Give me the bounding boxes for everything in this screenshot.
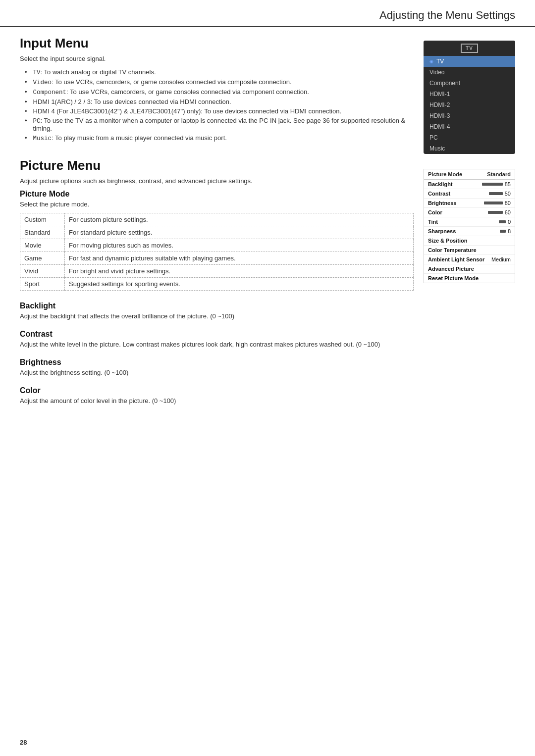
panel-bar-brightness: 80 — [484, 200, 511, 206]
picture-panel: Picture Mode Standard Backlight 85 Contr… — [424, 169, 515, 283]
panel-bar-contrast: 50 — [489, 191, 511, 197]
mode-custom: Custom — [20, 213, 65, 226]
panel-bar-backlight: 85 — [482, 181, 511, 187]
mode-movie-desc: For moving pictures such as movies. — [65, 239, 414, 252]
page-number: 28 — [20, 739, 27, 746]
input-item-pc[interactable]: PC — [424, 132, 515, 143]
bullet-tv: TV: To watch analog or digital TV channe… — [25, 67, 414, 77]
picture-mode-table: Custom For custom picture settings. Stan… — [20, 213, 414, 291]
brightness-subtitle: Brightness — [20, 358, 414, 367]
color-subtitle: Color — [20, 386, 414, 395]
mode-sport: Sport — [20, 278, 65, 291]
input-item-hdmi1[interactable]: HDMI-1 — [424, 89, 515, 100]
panel-label-ambient: Ambient Light Sensor — [428, 256, 484, 262]
contrast-desc: Adjust the white level in the picture. L… — [20, 341, 414, 348]
input-item-hdmi2[interactable]: HDMI-2 — [424, 100, 515, 110]
tv-icon-area: TV — [424, 41, 515, 56]
brightness-desc: Adjust the brightness setting. (0 ~100) — [20, 369, 414, 376]
panel-value-brightness: 80 — [505, 200, 511, 206]
picture-mode-intro: Select the picture mode. — [20, 201, 414, 208]
panel-label-color-temp: Color Temperature — [428, 247, 477, 253]
panel-value-backlight: 85 — [505, 181, 511, 187]
mode-movie: Movie — [20, 239, 65, 252]
page-title: Adjusting the Menu Settings — [379, 9, 515, 21]
table-row: Movie For moving pictures such as movies… — [20, 239, 414, 252]
panel-row-backlight: Backlight 85 — [424, 180, 515, 189]
input-menu-title: Input Menu — [20, 36, 414, 51]
table-row: Game For fast and dynamic pictures suita… — [20, 252, 414, 265]
table-row: Standard For standard picture settings. — [20, 226, 414, 239]
panel-label-brightness: Brightness — [428, 200, 456, 206]
picture-panel-header: Picture Mode Standard — [424, 169, 515, 180]
panel-value-contrast: 50 — [505, 191, 511, 197]
mode-game-desc: For fast and dynamic pictures suitable w… — [65, 252, 414, 265]
mode-sport-desc: Suggested settings for sporting events. — [65, 278, 414, 291]
right-panels: TV TV Video Component HDMI-1 HDMI-2 HDMI… — [424, 36, 515, 414]
mode-game: Game — [20, 252, 65, 265]
input-item-component[interactable]: Component — [424, 78, 515, 89]
bullet-component: Component: To use VCRs, camcorders, or g… — [25, 87, 414, 97]
panel-value-sharpness: 8 — [508, 228, 511, 234]
mode-vivid: Vivid — [20, 265, 65, 278]
panel-label-tint: Tint — [428, 219, 438, 225]
bullet-pc: PC: To use the TV as a monitor when a co… — [25, 116, 414, 133]
panel-value-ambient: Medium — [491, 256, 511, 262]
bullet-hdmi4: HDMI 4 (For JLE4BC3001(42") & JLE47BC300… — [25, 106, 414, 116]
mode-custom-desc: For custom picture settings. — [65, 213, 414, 226]
picture-menu-intro: Adjust picture options such as birghness… — [20, 177, 414, 185]
picture-menu-title: Picture Menu — [20, 158, 414, 173]
input-menu-section: Input Menu Select the input source signa… — [20, 36, 414, 143]
picture-menu-section: Picture Menu Adjust picture options such… — [20, 158, 414, 404]
bullet-music: Music: To play music from a music player… — [25, 133, 414, 143]
input-menu-intro: Select the input source signal. — [20, 55, 414, 62]
picture-panel-header-label: Picture Mode — [428, 171, 462, 177]
mode-vivid-desc: For bright and vivid picture settings. — [65, 265, 414, 278]
bullet-video: Video: To use VCRs, camcorders, or game … — [25, 77, 414, 87]
picture-panel-header-value: Standard — [487, 171, 511, 177]
tint-bar — [499, 220, 506, 223]
backlight-section: Backlight Adjust the backlight that affe… — [20, 302, 414, 320]
panel-row-tint: Tint 0 — [424, 217, 515, 227]
sharpness-bar — [500, 230, 506, 233]
panel-row-reset: Reset Picture Mode — [424, 274, 515, 283]
panel-bar-color: 60 — [488, 209, 511, 215]
panel-label-advanced-picture: Advanced Picture — [428, 266, 474, 272]
contrast-subtitle: Contrast — [20, 330, 414, 339]
picture-mode-subtitle: Picture Mode — [20, 190, 414, 199]
input-menu-list: TV Video Component HDMI-1 HDMI-2 HDMI-3 … — [424, 56, 515, 154]
bullet-hdmi123: HDMI 1(ARC) / 2 / 3: To use devices conn… — [25, 97, 414, 106]
table-row: Custom For custom picture settings. — [20, 213, 414, 226]
tv-icon: TV — [461, 44, 478, 53]
panel-row-brightness: Brightness 80 — [424, 199, 515, 208]
backlight-subtitle: Backlight — [20, 302, 414, 310]
panel-value-tint: 0 — [508, 219, 511, 225]
color-section: Color Adjust the amount of color level i… — [20, 386, 414, 404]
panel-bar-tint: 0 — [499, 219, 511, 225]
input-panel: TV TV Video Component HDMI-1 HDMI-2 HDMI… — [424, 41, 515, 154]
input-item-tv[interactable]: TV — [424, 56, 515, 67]
input-item-video[interactable]: Video — [424, 67, 515, 78]
panel-label-contrast: Contrast — [428, 191, 450, 197]
mode-standard: Standard — [20, 226, 65, 239]
contrast-section: Contrast Adjust the white level in the p… — [20, 330, 414, 348]
panel-row-color: Color 60 — [424, 208, 515, 217]
color-bar — [488, 211, 503, 214]
panel-row-ambient: Ambient Light Sensor Medium — [424, 255, 515, 264]
panel-row-advanced-picture: Advanced Picture — [424, 264, 515, 274]
input-item-music[interactable]: Music — [424, 143, 515, 154]
brightness-section: Brightness Adjust the brightness setting… — [20, 358, 414, 376]
table-row: Vivid For bright and vivid picture setti… — [20, 265, 414, 278]
panel-row-color-temp: Color Temperature — [424, 246, 515, 255]
table-row: Sport Suggested settings for sporting ev… — [20, 278, 414, 291]
backlight-desc: Adjust the backlight that affects the ov… — [20, 312, 414, 320]
panel-row-sharpness: Sharpness 8 — [424, 227, 515, 236]
panel-label-sharpness: Sharpness — [428, 228, 456, 234]
panel-bar-sharpness: 8 — [500, 228, 511, 234]
brightness-bar — [484, 202, 503, 204]
input-menu-bullets: TV: To watch analog or digital TV channe… — [25, 67, 414, 143]
input-item-hdmi4[interactable]: HDMI-4 — [424, 121, 515, 132]
panel-label-backlight: Backlight — [428, 181, 453, 187]
panel-value-color: 60 — [505, 209, 511, 215]
input-item-hdmi3[interactable]: HDMI-3 — [424, 110, 515, 121]
contrast-bar — [489, 192, 503, 195]
